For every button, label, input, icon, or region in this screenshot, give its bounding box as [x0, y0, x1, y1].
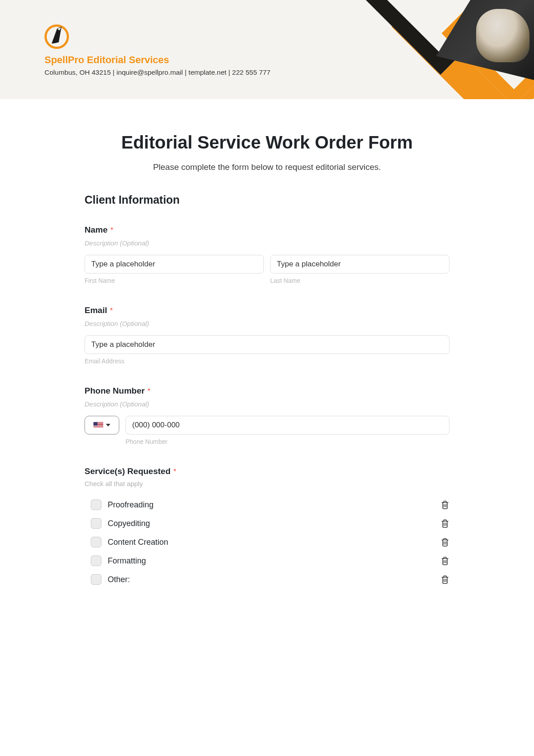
document-header: SpellPro Editorial Services Columbus, OH… — [0, 0, 534, 99]
service-option-row: Other: — [85, 570, 449, 589]
required-mark: * — [174, 468, 176, 475]
email-desc: Description (Optional) — [85, 320, 449, 327]
checkbox-other[interactable] — [91, 574, 101, 585]
field-email: Email * Description (Optional) Email Add… — [85, 306, 449, 365]
service-option-row: Formatting — [85, 551, 449, 570]
first-name-input[interactable] — [85, 255, 264, 273]
checkbox-content-creation[interactable] — [91, 537, 101, 547]
service-option-label: Formatting — [108, 556, 441, 566]
country-code-select[interactable] — [85, 416, 119, 434]
field-phone: Phone Number * Description (Optional) Ph… — [85, 386, 449, 445]
trash-icon[interactable] — [441, 556, 449, 566]
form-container: Editorial Service Work Order Form Please… — [85, 99, 449, 628]
phone-label: Phone Number — [85, 386, 145, 395]
form-title: Editorial Service Work Order Form — [85, 133, 449, 153]
email-input[interactable] — [85, 335, 449, 354]
last-name-sublabel: Last Name — [270, 277, 449, 284]
name-label: Name — [85, 225, 108, 234]
service-option-label: Other: — [108, 575, 441, 584]
trash-icon[interactable] — [441, 519, 449, 528]
form-subtitle: Please complete the form below to reques… — [85, 162, 449, 172]
logo-block: SpellPro Editorial Services Columbus, OH… — [44, 24, 271, 76]
service-option-label: Content Creation — [108, 538, 441, 547]
service-option-row: Proofreading — [85, 495, 449, 514]
company-name: SpellPro Editorial Services — [44, 54, 271, 66]
service-option-row: Content Creation — [85, 533, 449, 551]
section-client-info: Client Information — [85, 193, 449, 206]
company-meta: Columbus, OH 43215 | inquire@spellpro.ma… — [44, 68, 271, 76]
name-desc: Description (Optional) — [85, 239, 449, 247]
email-label: Email — [85, 306, 107, 315]
phone-input[interactable] — [125, 416, 449, 434]
checkbox-proofreading[interactable] — [91, 499, 101, 510]
trash-icon[interactable] — [441, 575, 449, 584]
header-graphic — [320, 0, 534, 99]
services-hint: Check all that apply — [85, 480, 449, 487]
field-services: Service(s) Requested * Check all that ap… — [85, 466, 449, 589]
service-option-label: Proofreading — [108, 500, 441, 510]
last-name-input[interactable] — [270, 255, 449, 273]
chevron-down-icon — [106, 424, 110, 426]
pen-icon — [44, 24, 70, 50]
services-label: Service(s) Requested — [85, 466, 170, 476]
field-name: Name * Description (Optional) First Name… — [85, 225, 449, 284]
service-option-label: Copyediting — [108, 519, 441, 528]
required-mark: * — [110, 226, 113, 234]
phone-sublabel: Phone Number — [125, 438, 449, 445]
checkbox-formatting[interactable] — [91, 555, 101, 566]
phone-desc: Description (Optional) — [85, 400, 449, 408]
first-name-sublabel: First Name — [85, 277, 264, 284]
service-option-row: Copyediting — [85, 514, 449, 533]
logo-icon — [44, 24, 69, 49]
required-mark: * — [110, 307, 113, 314]
trash-icon[interactable] — [441, 500, 449, 510]
checkbox-copyediting[interactable] — [91, 518, 101, 529]
email-sublabel: Email Address — [85, 358, 449, 365]
flag-us-icon — [93, 422, 103, 428]
trash-icon[interactable] — [441, 537, 449, 547]
required-mark: * — [148, 387, 150, 395]
